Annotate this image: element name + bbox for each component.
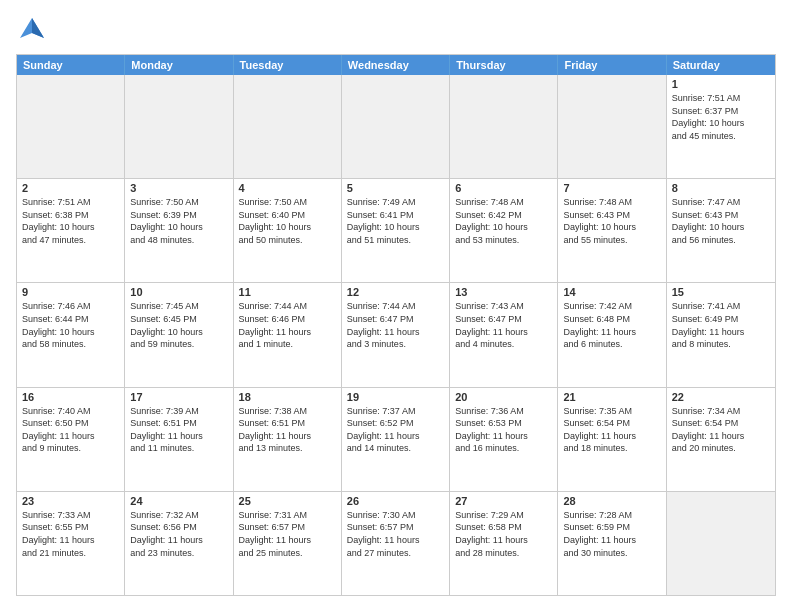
day-number: 8 [672,182,770,194]
page: SundayMondayTuesdayWednesdayThursdayFrid… [0,0,792,612]
calendar-header: SundayMondayTuesdayWednesdayThursdayFrid… [17,55,775,75]
calendar-cell: 22Sunrise: 7:34 AM Sunset: 6:54 PM Dayli… [667,388,775,491]
header-day-friday: Friday [558,55,666,75]
header [16,16,776,44]
day-number: 27 [455,495,552,507]
day-info: Sunrise: 7:36 AM Sunset: 6:53 PM Dayligh… [455,405,552,455]
calendar-cell [125,75,233,178]
day-number: 2 [22,182,119,194]
day-info: Sunrise: 7:51 AM Sunset: 6:38 PM Dayligh… [22,196,119,246]
calendar-cell: 24Sunrise: 7:32 AM Sunset: 6:56 PM Dayli… [125,492,233,595]
day-info: Sunrise: 7:49 AM Sunset: 6:41 PM Dayligh… [347,196,444,246]
calendar-cell [234,75,342,178]
day-number: 7 [563,182,660,194]
day-number: 14 [563,286,660,298]
day-number: 11 [239,286,336,298]
day-info: Sunrise: 7:37 AM Sunset: 6:52 PM Dayligh… [347,405,444,455]
calendar-cell: 4Sunrise: 7:50 AM Sunset: 6:40 PM Daylig… [234,179,342,282]
calendar-cell [558,75,666,178]
calendar-cell: 9Sunrise: 7:46 AM Sunset: 6:44 PM Daylig… [17,283,125,386]
day-number: 13 [455,286,552,298]
calendar-row-5: 23Sunrise: 7:33 AM Sunset: 6:55 PM Dayli… [17,491,775,595]
day-number: 20 [455,391,552,403]
svg-marker-1 [32,18,44,38]
calendar-cell [667,492,775,595]
logo [16,16,46,44]
day-number: 23 [22,495,119,507]
day-info: Sunrise: 7:44 AM Sunset: 6:47 PM Dayligh… [347,300,444,350]
calendar-cell [342,75,450,178]
calendar-cell: 8Sunrise: 7:47 AM Sunset: 6:43 PM Daylig… [667,179,775,282]
calendar-cell: 16Sunrise: 7:40 AM Sunset: 6:50 PM Dayli… [17,388,125,491]
calendar-cell: 14Sunrise: 7:42 AM Sunset: 6:48 PM Dayli… [558,283,666,386]
day-info: Sunrise: 7:38 AM Sunset: 6:51 PM Dayligh… [239,405,336,455]
day-info: Sunrise: 7:33 AM Sunset: 6:55 PM Dayligh… [22,509,119,559]
day-info: Sunrise: 7:42 AM Sunset: 6:48 PM Dayligh… [563,300,660,350]
day-number: 24 [130,495,227,507]
day-info: Sunrise: 7:47 AM Sunset: 6:43 PM Dayligh… [672,196,770,246]
header-day-monday: Monday [125,55,233,75]
day-number: 17 [130,391,227,403]
calendar-cell: 19Sunrise: 7:37 AM Sunset: 6:52 PM Dayli… [342,388,450,491]
day-number: 22 [672,391,770,403]
day-number: 15 [672,286,770,298]
header-day-wednesday: Wednesday [342,55,450,75]
day-info: Sunrise: 7:29 AM Sunset: 6:58 PM Dayligh… [455,509,552,559]
calendar-cell: 3Sunrise: 7:50 AM Sunset: 6:39 PM Daylig… [125,179,233,282]
calendar-cell: 10Sunrise: 7:45 AM Sunset: 6:45 PM Dayli… [125,283,233,386]
calendar-cell: 2Sunrise: 7:51 AM Sunset: 6:38 PM Daylig… [17,179,125,282]
calendar-cell: 17Sunrise: 7:39 AM Sunset: 6:51 PM Dayli… [125,388,233,491]
day-info: Sunrise: 7:41 AM Sunset: 6:49 PM Dayligh… [672,300,770,350]
day-number: 10 [130,286,227,298]
calendar-cell: 28Sunrise: 7:28 AM Sunset: 6:59 PM Dayli… [558,492,666,595]
calendar-cell: 23Sunrise: 7:33 AM Sunset: 6:55 PM Dayli… [17,492,125,595]
calendar-cell [17,75,125,178]
logo-icon [18,16,46,44]
calendar-cell: 15Sunrise: 7:41 AM Sunset: 6:49 PM Dayli… [667,283,775,386]
calendar-cell: 20Sunrise: 7:36 AM Sunset: 6:53 PM Dayli… [450,388,558,491]
day-number: 18 [239,391,336,403]
day-info: Sunrise: 7:43 AM Sunset: 6:47 PM Dayligh… [455,300,552,350]
calendar: SundayMondayTuesdayWednesdayThursdayFrid… [16,54,776,596]
calendar-row-3: 9Sunrise: 7:46 AM Sunset: 6:44 PM Daylig… [17,282,775,386]
day-number: 3 [130,182,227,194]
day-info: Sunrise: 7:28 AM Sunset: 6:59 PM Dayligh… [563,509,660,559]
header-day-tuesday: Tuesday [234,55,342,75]
day-number: 6 [455,182,552,194]
calendar-cell [450,75,558,178]
header-day-sunday: Sunday [17,55,125,75]
day-info: Sunrise: 7:30 AM Sunset: 6:57 PM Dayligh… [347,509,444,559]
day-info: Sunrise: 7:34 AM Sunset: 6:54 PM Dayligh… [672,405,770,455]
day-number: 28 [563,495,660,507]
day-info: Sunrise: 7:45 AM Sunset: 6:45 PM Dayligh… [130,300,227,350]
day-number: 16 [22,391,119,403]
header-day-saturday: Saturday [667,55,775,75]
calendar-cell: 25Sunrise: 7:31 AM Sunset: 6:57 PM Dayli… [234,492,342,595]
calendar-cell: 1Sunrise: 7:51 AM Sunset: 6:37 PM Daylig… [667,75,775,178]
day-info: Sunrise: 7:32 AM Sunset: 6:56 PM Dayligh… [130,509,227,559]
calendar-cell: 11Sunrise: 7:44 AM Sunset: 6:46 PM Dayli… [234,283,342,386]
day-info: Sunrise: 7:46 AM Sunset: 6:44 PM Dayligh… [22,300,119,350]
calendar-row-4: 16Sunrise: 7:40 AM Sunset: 6:50 PM Dayli… [17,387,775,491]
day-info: Sunrise: 7:40 AM Sunset: 6:50 PM Dayligh… [22,405,119,455]
day-info: Sunrise: 7:48 AM Sunset: 6:42 PM Dayligh… [455,196,552,246]
day-number: 9 [22,286,119,298]
day-number: 25 [239,495,336,507]
calendar-cell: 6Sunrise: 7:48 AM Sunset: 6:42 PM Daylig… [450,179,558,282]
calendar-cell: 13Sunrise: 7:43 AM Sunset: 6:47 PM Dayli… [450,283,558,386]
day-number: 1 [672,78,770,90]
calendar-cell: 12Sunrise: 7:44 AM Sunset: 6:47 PM Dayli… [342,283,450,386]
calendar-body: 1Sunrise: 7:51 AM Sunset: 6:37 PM Daylig… [17,75,775,595]
calendar-cell: 7Sunrise: 7:48 AM Sunset: 6:43 PM Daylig… [558,179,666,282]
calendar-cell: 26Sunrise: 7:30 AM Sunset: 6:57 PM Dayli… [342,492,450,595]
calendar-cell: 21Sunrise: 7:35 AM Sunset: 6:54 PM Dayli… [558,388,666,491]
calendar-row-2: 2Sunrise: 7:51 AM Sunset: 6:38 PM Daylig… [17,178,775,282]
calendar-cell: 18Sunrise: 7:38 AM Sunset: 6:51 PM Dayli… [234,388,342,491]
calendar-cell: 5Sunrise: 7:49 AM Sunset: 6:41 PM Daylig… [342,179,450,282]
day-info: Sunrise: 7:51 AM Sunset: 6:37 PM Dayligh… [672,92,770,142]
calendar-cell: 27Sunrise: 7:29 AM Sunset: 6:58 PM Dayli… [450,492,558,595]
day-number: 4 [239,182,336,194]
day-number: 19 [347,391,444,403]
day-number: 21 [563,391,660,403]
day-info: Sunrise: 7:48 AM Sunset: 6:43 PM Dayligh… [563,196,660,246]
